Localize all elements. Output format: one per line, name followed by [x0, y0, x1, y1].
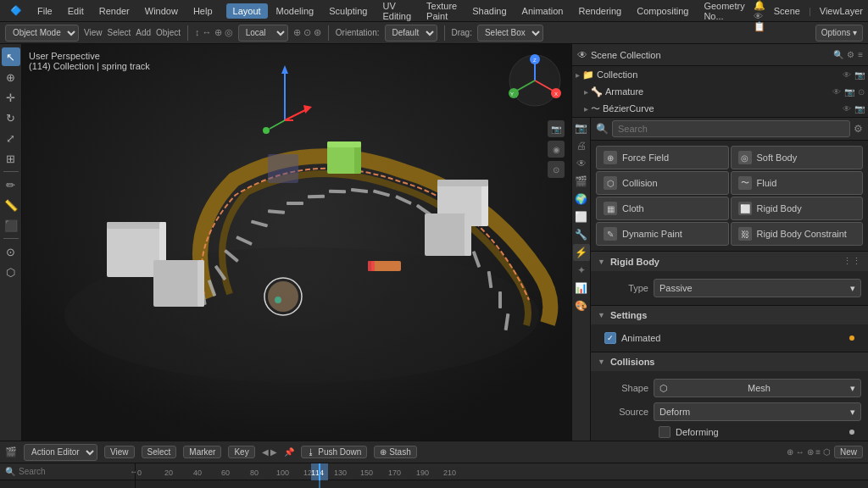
pin-icon[interactable]: 📌 [284, 447, 294, 457]
props-search-input[interactable] [612, 120, 850, 137]
push-down-btn[interactable]: ⭳ Push Down [301, 446, 367, 458]
modifier-tab[interactable]: 🔧 [573, 226, 590, 243]
cloth-button[interactable]: ▦ Cloth [596, 197, 729, 220]
workspace-texture-paint[interactable]: Texture Paint [420, 0, 464, 24]
workspace-animation[interactable]: Animation [515, 3, 570, 19]
viewport[interactable]: User Perspective (114) Collection | spri… [22, 44, 571, 441]
transform-tool[interactable]: ⊞ [2, 149, 20, 168]
material-shading-icon[interactable]: ⊙ [548, 161, 565, 178]
blender-menu[interactable]: 🔷 [3, 3, 29, 19]
bez-visibility-icon[interactable]: 👁 [843, 104, 851, 114]
drag-select[interactable]: Select Box [477, 25, 543, 42]
world-props-tab[interactable]: 🌍 [573, 191, 590, 208]
rigid-body-header[interactable]: ▼ Rigid Body ⋮⋮ [591, 252, 868, 271]
view-props-tab[interactable]: 👁 [573, 155, 590, 172]
settings-header[interactable]: ▼ Settings [591, 306, 868, 324]
workspace-sculpting[interactable]: Sculpting [322, 3, 374, 19]
rigid-body-constraint-button[interactable]: ⛓ Rigid Body Constraint [731, 222, 864, 246]
source-select-control[interactable]: Deform ▾ [654, 402, 861, 421]
svg-point-24 [268, 281, 298, 312]
filter-icon[interactable]: ⚙ [854, 123, 863, 135]
outliner-filter[interactable]: ⚙ [847, 50, 854, 59]
dynamic-paint-button[interactable]: ✎ Dynamic Paint [596, 222, 729, 246]
help-menu[interactable]: Help [186, 3, 220, 19]
physics-tab[interactable]: ⚡ [573, 244, 590, 261]
material-tab[interactable]: 🎨 [573, 297, 590, 314]
viewport-nav-gizmo[interactable]: Z X Y [505, 51, 565, 110]
arm-visibility-icon[interactable]: 👁 [832, 87, 841, 97]
window-menu[interactable]: Window [138, 3, 185, 19]
rigid-body-more-icon[interactable]: ⋮⋮ [843, 256, 861, 267]
options-button[interactable]: Options ▾ [815, 25, 863, 42]
select-btn[interactable]: Select [142, 446, 177, 458]
action-editor-select[interactable]: Action Editor [24, 444, 97, 461]
scene-props-tab[interactable]: 🎬 [573, 173, 590, 190]
tl-search-input[interactable] [19, 467, 126, 476]
edit-menu[interactable]: Edit [61, 3, 91, 19]
object-label[interactable]: Object [156, 28, 181, 37]
fluid-button[interactable]: 〜 Fluid [731, 171, 864, 195]
force-field-button[interactable]: ⊕ Force Field [596, 146, 729, 169]
new-action-btn[interactable]: New [834, 446, 863, 458]
arm-extra[interactable]: ⊙ [858, 87, 865, 97]
object-props-tab[interactable]: ⬜ [573, 208, 590, 225]
key-btn[interactable]: Key [228, 446, 254, 458]
timeline-tracks[interactable]: 0 20 40 60 80 100 120 114 130 150 170 19… [136, 463, 868, 488]
shape-select-control[interactable]: ⬡ Mesh ▾ [654, 379, 861, 397]
workspace-uv[interactable]: UV Editing [376, 0, 418, 24]
render-icon[interactable]: 📷 [854, 70, 865, 80]
annotate-tool[interactable]: ✏ [2, 175, 20, 194]
tl-play-icon[interactable]: ◀ ▶ [262, 447, 278, 457]
arm-render-icon[interactable]: 📷 [844, 87, 854, 97]
stash-btn[interactable]: ⊕ Stash [374, 446, 416, 458]
cursor-tool[interactable]: ⊕ [2, 68, 20, 86]
collisions-header[interactable]: ▼ Collisions [591, 352, 868, 371]
add-cube-tool[interactable]: ⬛ [2, 216, 20, 235]
outliner-extra[interactable]: ≡ [858, 50, 863, 59]
view-btn[interactable]: View [104, 446, 135, 458]
render-menu[interactable]: Render [92, 3, 136, 19]
select-label[interactable]: Select [108, 28, 131, 37]
workspace-layout[interactable]: Layout [226, 3, 268, 19]
soft-body-button[interactable]: ◎ Soft Body [731, 146, 864, 169]
extra-tool-1[interactable]: ⊙ [2, 242, 20, 261]
select-tool[interactable]: ↖ [2, 47, 20, 66]
type-select-control[interactable]: Passive ▾ [654, 279, 861, 297]
particles-tab[interactable]: ✦ [573, 262, 590, 279]
outliner-search[interactable]: 🔍 [833, 50, 843, 59]
marker-btn[interactable]: Marker [183, 446, 221, 458]
move-tool[interactable]: ✛ [2, 88, 20, 107]
left-toolbar: ↖ ⊕ ✛ ↻ ⤢ ⊞ ✏ 📏 ⬛ ⊙ ⬡ [0, 44, 22, 441]
svg-rect-35 [437, 180, 488, 186]
add-label[interactable]: Add [136, 28, 151, 37]
object-mode-select[interactable]: Object Mode [5, 25, 79, 42]
rigid-body-button[interactable]: ⬜ Rigid Body [731, 197, 864, 220]
measure-tool[interactable]: 📏 [2, 196, 20, 214]
animated-checkbox[interactable]: ✓ [604, 332, 616, 344]
timeline-track-area[interactable] [136, 480, 868, 488]
transform-select[interactable]: Local Global [238, 25, 288, 42]
deforming-checkbox[interactable] [659, 426, 670, 438]
scale-tool[interactable]: ⤢ [2, 129, 20, 147]
extra-tool-2[interactable]: ⬡ [2, 263, 20, 281]
armature-row[interactable]: ▸ 🦴 Armature 👁 📷 ⊙ [572, 83, 868, 100]
collision-button[interactable]: ⬡ Collision [596, 171, 729, 195]
workspace-rendering[interactable]: Rendering [571, 3, 628, 19]
bez-render-icon[interactable]: 📷 [854, 104, 865, 114]
render-props-tab[interactable]: 📷 [573, 119, 590, 136]
solid-shading-icon[interactable]: ◉ [548, 141, 565, 158]
workspace-compositing[interactable]: Compositing [630, 3, 695, 19]
workspace-geometry[interactable]: Geometry No... [697, 0, 751, 24]
data-tab[interactable]: 📊 [573, 280, 590, 297]
rotate-tool[interactable]: ↻ [2, 108, 20, 127]
zoom-camera-icon[interactable]: 📷 [548, 120, 565, 137]
collection-row[interactable]: ▸ 📁 Collection 👁 📷 [572, 66, 868, 83]
workspace-shading[interactable]: Shading [465, 3, 513, 19]
orientation-select[interactable]: Default [385, 25, 437, 42]
visibility-icon[interactable]: 👁 [843, 70, 851, 80]
file-menu[interactable]: File [31, 3, 59, 19]
bezier-row[interactable]: ▸ 〜 BézierCurve 👁 📷 [572, 100, 868, 117]
output-props-tab[interactable]: 🖨 [573, 137, 590, 154]
view-label[interactable]: View [84, 28, 103, 37]
workspace-modeling[interactable]: Modeling [270, 3, 321, 19]
